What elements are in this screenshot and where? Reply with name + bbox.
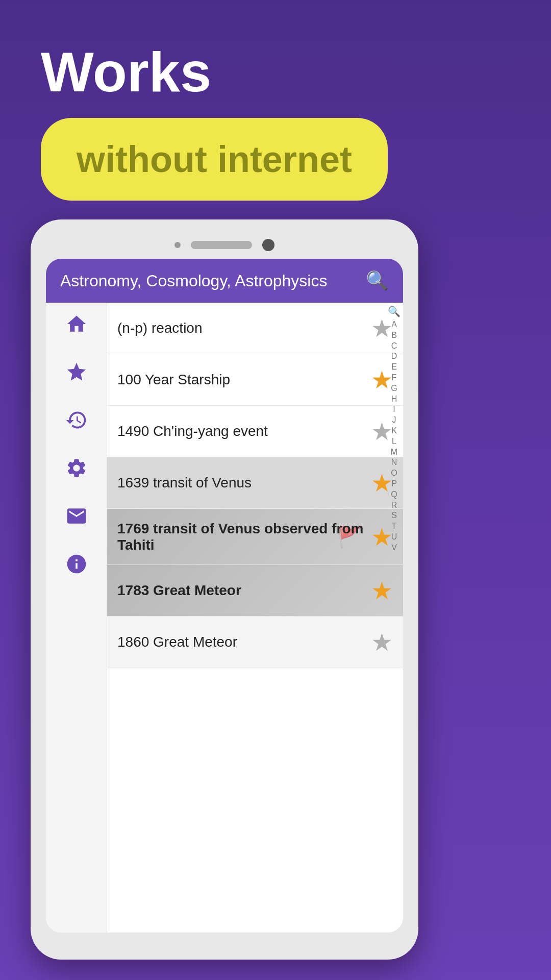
alpha-b[interactable]: B	[391, 330, 397, 341]
content-list: (n-p) reaction ★ 100 Year Starship ★ 149…	[107, 303, 403, 933]
alpha-o[interactable]: O	[391, 468, 397, 479]
alpha-search-icon[interactable]: 🔍	[388, 305, 400, 317]
list-item[interactable]: (n-p) reaction ★	[107, 303, 403, 354]
alpha-q[interactable]: Q	[391, 489, 397, 500]
app-body: (n-p) reaction ★ 100 Year Starship ★ 149…	[46, 303, 403, 933]
item-text: (n-p) reaction	[117, 320, 371, 336]
alpha-m[interactable]: M	[391, 447, 397, 458]
alpha-j[interactable]: J	[392, 415, 396, 426]
list-area: (n-p) reaction ★ 100 Year Starship ★ 149…	[107, 303, 403, 933]
alpha-f[interactable]: F	[392, 373, 397, 383]
alphabet-index: 🔍 A B C D E F G H I J K L M N	[385, 303, 403, 933]
star-icon-filled[interactable]: ★	[371, 576, 393, 605]
phone-dot	[174, 242, 181, 248]
alpha-e[interactable]: E	[391, 362, 397, 373]
item-text: 1860 Great Meteor	[117, 634, 371, 650]
header-section: Works without internet	[0, 0, 551, 221]
item-text: 1783 Great Meteor	[117, 582, 371, 599]
alpha-i[interactable]: I	[393, 404, 395, 415]
alpha-a[interactable]: A	[391, 320, 397, 330]
phone-frame: Astronomy, Cosmology, Astrophysics 🔍	[31, 219, 418, 960]
alpha-d[interactable]: D	[391, 351, 397, 362]
sidebar	[46, 303, 107, 933]
list-item[interactable]: 1860 Great Meteor ★	[107, 617, 403, 668]
sidebar-history-icon[interactable]	[65, 409, 88, 436]
phone-screen: Astronomy, Cosmology, Astrophysics 🔍	[46, 259, 403, 933]
phone-top-bar	[46, 235, 403, 259]
alpha-c[interactable]: C	[391, 341, 397, 352]
item-text: 100 Year Starship	[117, 372, 371, 388]
app-title: Astronomy, Cosmology, Astrophysics	[60, 272, 327, 290]
alpha-h[interactable]: H	[391, 394, 397, 405]
item-text: 1490 Ch'ing-yang event	[117, 423, 371, 439]
alpha-n[interactable]: N	[391, 457, 397, 468]
alpha-r[interactable]: R	[391, 500, 397, 511]
without-internet-banner: without internet	[41, 118, 388, 201]
sidebar-home-icon[interactable]	[65, 313, 88, 340]
app-header: Astronomy, Cosmology, Astrophysics 🔍	[46, 259, 403, 303]
alpha-p[interactable]: P	[391, 479, 397, 489]
list-item[interactable]: 100 Year Starship ★	[107, 354, 403, 406]
phone-camera	[262, 239, 274, 251]
sidebar-info-icon[interactable]	[65, 553, 88, 580]
works-title: Works	[41, 41, 510, 103]
item-text: 1769 transit of Venus observed from Tahi…	[117, 521, 371, 553]
alpha-s[interactable]: S	[391, 510, 397, 521]
star-icon-filled[interactable]: ★	[371, 523, 393, 551]
list-item[interactable]: 1490 Ch'ing-yang event ★	[107, 406, 403, 457]
phone-speaker	[191, 241, 252, 249]
alpha-k[interactable]: K	[391, 426, 397, 436]
app-search-icon[interactable]: 🔍	[366, 270, 389, 291]
list-item[interactable]: 1783 Great Meteor ★	[107, 565, 403, 617]
item-text: 1639 transit of Venus	[117, 475, 371, 491]
sidebar-settings-icon[interactable]	[65, 457, 88, 484]
list-item-highlighted[interactable]: 1639 transit of Venus ★	[107, 457, 403, 509]
sidebar-mail-icon[interactable]	[65, 505, 88, 532]
alpha-g[interactable]: G	[391, 383, 397, 394]
without-internet-text: without internet	[77, 139, 352, 180]
sidebar-favorites-icon[interactable]	[65, 361, 88, 388]
alpha-l[interactable]: L	[392, 436, 396, 447]
list-item[interactable]: 1769 transit of Venus observed from Tahi…	[107, 509, 403, 565]
phone-container: Astronomy, Cosmology, Astrophysics 🔍	[31, 219, 418, 960]
